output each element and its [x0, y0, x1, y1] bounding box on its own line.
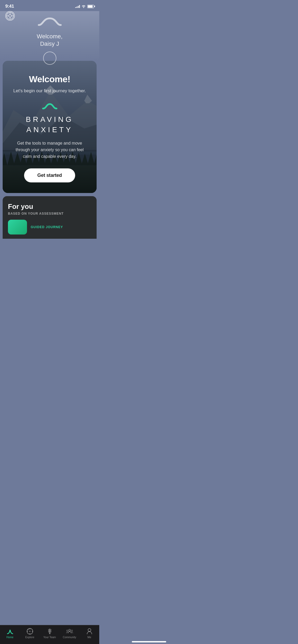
main-program-card: Welcome! Let's begin our first journey t…	[3, 61, 97, 193]
journey-info: GUIDED JOURNEY	[31, 225, 63, 229]
journey-item[interactable]: GUIDED JOURNEY	[8, 220, 91, 234]
wifi-icon	[82, 5, 86, 8]
program-description: Get the tools to manage and move through…	[13, 140, 87, 160]
journey-thumbnail	[8, 220, 27, 234]
greeting-line1: Welcome,	[37, 33, 62, 40]
assessment-label: BASED ON YOUR ASSESSMENT	[8, 212, 91, 215]
scroll-indicator	[43, 52, 56, 65]
program-title: BRAVING ANXIETY	[26, 114, 74, 135]
for-you-section: For you BASED ON YOUR ASSESSMENT GUIDED …	[3, 196, 97, 239]
svg-point-1	[9, 15, 11, 17]
signal-icon	[75, 5, 80, 8]
top-logo-squiggle	[37, 14, 63, 31]
welcome-greeting: Welcome, Daisy J	[37, 33, 62, 47]
green-squiggle-logo	[42, 102, 58, 112]
help-icon[interactable]	[5, 11, 15, 21]
card-content: Welcome! Let's begin our first journey t…	[3, 61, 97, 193]
header-area: Welcome, Daisy J	[0, 11, 99, 61]
status-icons	[75, 5, 94, 8]
battery-icon	[87, 5, 94, 8]
greeting-line2: Daisy J	[37, 40, 62, 47]
card-welcome-subtitle: Let's begin our first journey together.	[13, 88, 86, 94]
card-welcome-title: Welcome!	[29, 74, 70, 84]
get-started-button[interactable]: Get started	[24, 168, 75, 182]
for-you-title: For you	[8, 203, 91, 211]
status-time: 9:41	[5, 4, 14, 9]
status-bar: 9:41	[0, 0, 99, 11]
journey-type-label: GUIDED JOURNEY	[31, 225, 63, 229]
